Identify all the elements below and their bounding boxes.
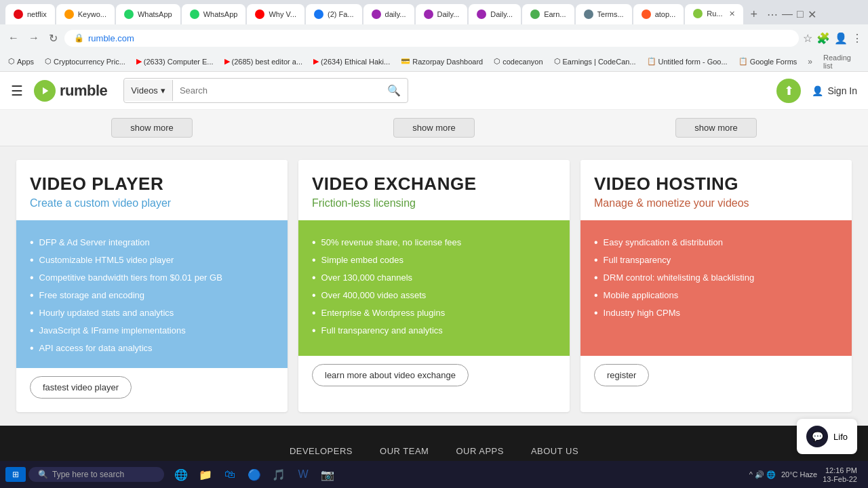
bookmark-hacking[interactable]: ▶ (2634) Ethical Haki... bbox=[311, 56, 393, 67]
tab-earn[interactable]: Earn... bbox=[522, 4, 574, 24]
bookmark-label: codecanyon bbox=[502, 58, 542, 66]
reading-list-button[interactable]: Reading list bbox=[818, 52, 863, 71]
bookmark-computer[interactable]: ▶ (2633) Computer E... bbox=[134, 56, 216, 67]
show-more-btn-3[interactable]: show more bbox=[675, 118, 757, 138]
tab-favicon bbox=[372, 9, 381, 19]
card-header-player: VIDEO PLAYER Create a custom video playe… bbox=[16, 160, 288, 220]
list-item: Customizable HTML5 video player bbox=[30, 251, 274, 269]
tab-atop[interactable]: atop... bbox=[633, 4, 684, 24]
search-button[interactable]: 🔍 bbox=[380, 79, 408, 102]
video-exchange-cta-button[interactable]: learn more about video exchange bbox=[312, 364, 469, 386]
profile-icon[interactable]: 👤 bbox=[834, 32, 848, 45]
taskbar-store[interactable]: 🛍 bbox=[218, 463, 241, 486]
maximize-icon[interactable]: □ bbox=[797, 8, 804, 20]
menu-icon[interactable]: ☰ bbox=[11, 83, 23, 99]
card-body-exchange: 50% revenue share, no license fees Simpl… bbox=[298, 220, 570, 356]
systray-icons: ^ 🔊 🌐 bbox=[749, 470, 776, 479]
bookmark-crypto[interactable]: ⬡ Cryptocurrency Pric... bbox=[42, 56, 128, 67]
list-item: Full transparency bbox=[594, 251, 838, 269]
bookmark-icon[interactable]: ☆ bbox=[803, 32, 812, 45]
bookmark-google-forms[interactable]: 📋 Google Forms bbox=[736, 56, 800, 67]
card-title-hosting: VIDEO HOSTING bbox=[594, 174, 838, 195]
date-label: 13-Feb-22 bbox=[823, 475, 857, 483]
taskbar-app6[interactable]: 📷 bbox=[316, 463, 339, 486]
show-more-btn-1[interactable]: show more bbox=[111, 118, 193, 138]
card-body-player: DFP & Ad Server integration Customizable… bbox=[16, 220, 288, 368]
start-button[interactable]: ⊞ bbox=[5, 467, 26, 482]
bookmark-razorpay[interactable]: 💳 Razorpay Dashboard bbox=[398, 56, 486, 67]
logo-svg bbox=[39, 85, 51, 97]
footer-nav-developers[interactable]: DEVELOPERS bbox=[290, 446, 353, 456]
tab-daily1[interactable]: daily... bbox=[363, 4, 414, 24]
bookmark-earnings[interactable]: ⬡ Earnings | CodeCan... bbox=[551, 56, 639, 67]
list-item: Over 130,000 channels bbox=[312, 269, 556, 287]
minimize-icon[interactable]: — bbox=[782, 8, 793, 20]
tab-close-icon[interactable]: ✕ bbox=[729, 9, 735, 18]
card-footer-player: fastest video player bbox=[16, 368, 288, 412]
taskbar-chrome[interactable]: 🔵 bbox=[243, 463, 266, 486]
site-nav: ☰ rumble Videos ▾ 🔍 ⬆ 👤 Sign In bbox=[0, 72, 868, 110]
bookmark-apps[interactable]: ⬡ Apps bbox=[5, 56, 37, 67]
bookmark-google-form[interactable]: 📋 Untitled form - Goo... bbox=[644, 56, 730, 67]
extensions-icon[interactable]: 🧩 bbox=[816, 32, 830, 45]
taskbar-explorer[interactable]: 📁 bbox=[194, 463, 217, 486]
tab-whatsapp2[interactable]: WhatsApp bbox=[182, 4, 246, 24]
settings-icon[interactable]: ⋮ bbox=[852, 32, 863, 45]
tab-netflix[interactable]: netflix bbox=[5, 4, 55, 24]
tab-daily2[interactable]: Daily... bbox=[416, 4, 468, 24]
forward-button[interactable]: → bbox=[26, 29, 42, 47]
taskbar-app4[interactable]: 🎵 bbox=[267, 463, 290, 486]
card-header-exchange: VIDEO EXCHANGE Friction-less licensing bbox=[298, 160, 570, 220]
razorpay-icon: 💳 bbox=[401, 57, 410, 66]
earnings-icon: ⬡ bbox=[554, 57, 561, 66]
refresh-button[interactable]: ↻ bbox=[46, 29, 60, 47]
list-item: Industry high CPMs bbox=[594, 304, 838, 322]
tab-why[interactable]: Why V... bbox=[247, 4, 304, 24]
bookmark-label: (2634) Ethical Haki... bbox=[321, 58, 390, 66]
google-form-icon: 📋 bbox=[647, 57, 656, 66]
tab-label: atop... bbox=[655, 10, 676, 18]
more-bookmarks[interactable]: » bbox=[808, 57, 812, 66]
list-item: Competitive bandwidth tiers from $0.01 p… bbox=[30, 269, 274, 287]
taskbar-edge[interactable]: 🌐 bbox=[170, 463, 193, 486]
bookmark-codecanyon[interactable]: ⬡ codecanyon bbox=[491, 56, 545, 67]
footer-nav-our-apps[interactable]: OUR APPS bbox=[456, 446, 503, 456]
list-item: DRM control: whitelisting & blacklisting bbox=[594, 269, 838, 287]
close-icon[interactable]: ✕ bbox=[808, 8, 816, 21]
footer-nav-our-team[interactable]: OUR TEAM bbox=[380, 446, 429, 456]
lifo-chat-widget[interactable]: 💬 Lifo bbox=[797, 419, 857, 454]
tab-daily3[interactable]: Daily... bbox=[469, 4, 521, 24]
tab-favicon bbox=[64, 9, 74, 19]
tab-whatsapp1[interactable]: WhatsApp bbox=[116, 4, 180, 24]
card-footer-hosting: register bbox=[580, 356, 852, 400]
taskbar-search-box[interactable]: 🔍 Type here to search bbox=[28, 467, 164, 482]
back-button[interactable]: ← bbox=[5, 29, 22, 47]
video-player-cta-button[interactable]: fastest video player bbox=[30, 376, 132, 399]
tab-terms[interactable]: Terms... bbox=[576, 4, 632, 24]
more-tabs-icon[interactable]: ⋯ bbox=[767, 8, 778, 21]
video-hosting-cta-button[interactable]: register bbox=[594, 364, 649, 386]
footer-nav-about-us[interactable]: ABOUT US bbox=[531, 446, 578, 456]
footer-nav: DEVELOPERS OUR TEAM OUR APPS ABOUT US bbox=[27, 446, 841, 456]
list-item: JavaScript & IFrame implementations bbox=[30, 322, 274, 340]
bookmark-editor[interactable]: ▶ (2685) best editor a... bbox=[222, 56, 306, 67]
taskbar-word[interactable]: W bbox=[292, 463, 315, 486]
search-input[interactable] bbox=[173, 80, 380, 101]
tab-favicon bbox=[255, 9, 264, 19]
upload-button[interactable]: ⬆ bbox=[776, 79, 801, 103]
lock-icon: 🔒 bbox=[74, 33, 84, 43]
tab-keywords[interactable]: Keywo... bbox=[56, 4, 115, 24]
tab-rumble-active[interactable]: Ru... ✕ bbox=[685, 4, 743, 24]
address-bar[interactable]: 🔒 rumble.com bbox=[64, 30, 799, 47]
logo-icon bbox=[34, 80, 56, 102]
show-more-btn-2[interactable]: show more bbox=[393, 118, 475, 138]
tab-favicon bbox=[424, 9, 433, 19]
card-body-hosting: Easy syndication & distribution Full tra… bbox=[580, 220, 852, 356]
new-tab-button[interactable]: + bbox=[745, 7, 763, 22]
logo-area[interactable]: rumble bbox=[34, 80, 107, 102]
tab-fb[interactable]: (2) Fa... bbox=[306, 4, 362, 24]
sign-in-area[interactable]: 👤 Sign In bbox=[812, 85, 857, 96]
search-category-dropdown[interactable]: Videos ▾ bbox=[124, 80, 173, 101]
tab-favicon bbox=[530, 9, 540, 19]
svg-marker-0 bbox=[43, 87, 48, 94]
